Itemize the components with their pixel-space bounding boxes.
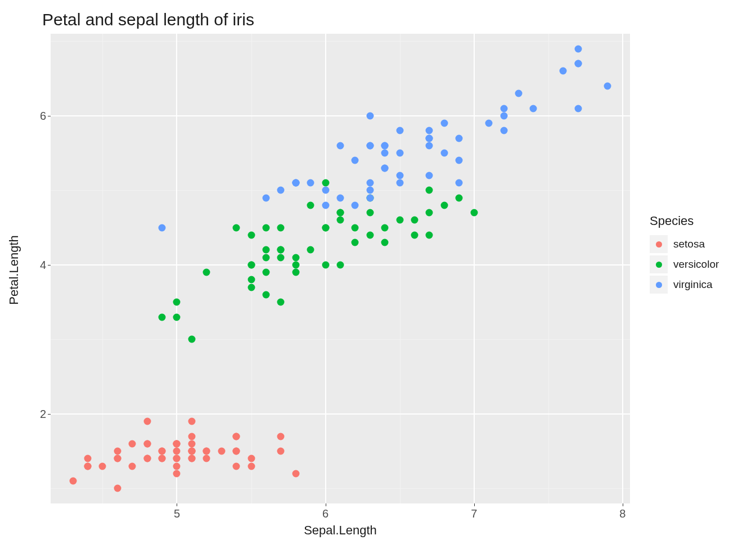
- data-point: [515, 90, 522, 97]
- data-point: [337, 194, 344, 201]
- data-point: [188, 433, 195, 440]
- data-point: [500, 112, 507, 119]
- x-tick-mark: [326, 503, 326, 506]
- data-point: [396, 179, 403, 187]
- data-point: [337, 217, 344, 224]
- data-point: [188, 418, 195, 425]
- data-point: [322, 224, 329, 231]
- data-point: [203, 448, 210, 455]
- data-point: [426, 187, 433, 194]
- data-point: [248, 276, 255, 284]
- legend-item-virginica: virginica: [650, 274, 751, 295]
- plot-panel: [51, 34, 630, 503]
- data-point: [307, 246, 314, 254]
- data-point: [129, 440, 136, 447]
- data-point: [277, 254, 285, 261]
- data-point: [262, 269, 269, 276]
- grid-minor-h: [51, 339, 630, 340]
- data-point: [114, 455, 121, 462]
- data-point: [396, 150, 403, 157]
- y-tick-label: 2: [34, 407, 46, 420]
- data-point: [440, 120, 448, 127]
- data-point: [426, 172, 433, 179]
- data-point: [366, 187, 374, 194]
- data-point: [262, 194, 269, 201]
- data-point: [426, 127, 433, 134]
- data-point: [396, 217, 403, 224]
- data-point: [262, 224, 269, 231]
- data-point: [307, 201, 314, 209]
- x-tick-mark: [623, 503, 623, 506]
- data-point: [203, 455, 210, 462]
- legend-key-versicolor: [650, 255, 668, 273]
- data-point: [574, 45, 582, 52]
- data-point: [322, 179, 329, 187]
- data-point: [440, 201, 448, 209]
- data-point: [352, 157, 359, 164]
- data-point: [277, 433, 285, 440]
- data-point: [381, 224, 389, 231]
- data-point: [159, 448, 166, 455]
- data-point: [560, 68, 567, 75]
- data-point: [129, 462, 136, 470]
- data-point: [173, 440, 181, 447]
- y-tick-mark: [48, 116, 51, 116]
- x-tick-mark: [177, 503, 177, 506]
- data-point: [396, 172, 403, 179]
- data-point: [604, 82, 611, 89]
- data-point: [500, 105, 507, 112]
- data-point: [262, 246, 269, 254]
- x-tick-label: 5: [174, 507, 180, 520]
- data-point: [366, 231, 374, 238]
- data-point: [337, 209, 344, 217]
- data-point: [262, 254, 269, 261]
- legend-key-setosa: [650, 235, 668, 253]
- grid-minor-h: [51, 41, 630, 42]
- legend-item-versicolor: versicolor: [650, 254, 751, 274]
- data-point: [69, 478, 76, 485]
- data-point: [277, 448, 285, 455]
- data-point: [456, 157, 463, 164]
- grid-minor-h: [51, 190, 630, 191]
- data-point: [366, 209, 374, 217]
- y-tick-label: 4: [34, 258, 46, 271]
- data-point: [173, 448, 181, 455]
- data-point: [173, 455, 181, 462]
- data-point: [233, 224, 240, 231]
- grid-minor-v: [251, 34, 252, 503]
- legend-label: setosa: [673, 238, 705, 250]
- data-point: [173, 299, 181, 306]
- data-point: [456, 134, 463, 142]
- data-point: [173, 462, 181, 470]
- circle-icon: [656, 282, 662, 288]
- data-point: [173, 470, 181, 477]
- data-point: [143, 440, 151, 447]
- data-point: [262, 291, 269, 298]
- data-point: [159, 455, 166, 462]
- x-tick-label: 6: [322, 507, 328, 520]
- data-point: [233, 448, 240, 455]
- data-point: [159, 224, 166, 231]
- data-point: [485, 120, 493, 127]
- data-point: [322, 261, 329, 268]
- y-tick-mark: [48, 414, 51, 415]
- data-point: [248, 284, 255, 291]
- chart-title: Petal and sepal length of iris: [42, 10, 254, 29]
- data-point: [381, 164, 389, 172]
- data-point: [337, 142, 344, 149]
- grid-major-v: [622, 34, 623, 503]
- legend: Species setosa versicolor virginica: [650, 214, 751, 295]
- data-point: [292, 254, 299, 261]
- data-point: [277, 246, 285, 254]
- x-tick-label: 8: [619, 507, 626, 520]
- data-point: [233, 433, 240, 440]
- data-point: [248, 462, 255, 470]
- data-point: [188, 336, 195, 343]
- grid-major-v: [325, 34, 326, 503]
- y-tick-label: 6: [34, 109, 46, 122]
- data-point: [277, 187, 285, 194]
- data-point: [188, 440, 195, 447]
- data-point: [456, 194, 463, 201]
- data-point: [173, 313, 181, 321]
- chart-container: Petal and sepal length of iris Sepal.Len…: [0, 0, 756, 540]
